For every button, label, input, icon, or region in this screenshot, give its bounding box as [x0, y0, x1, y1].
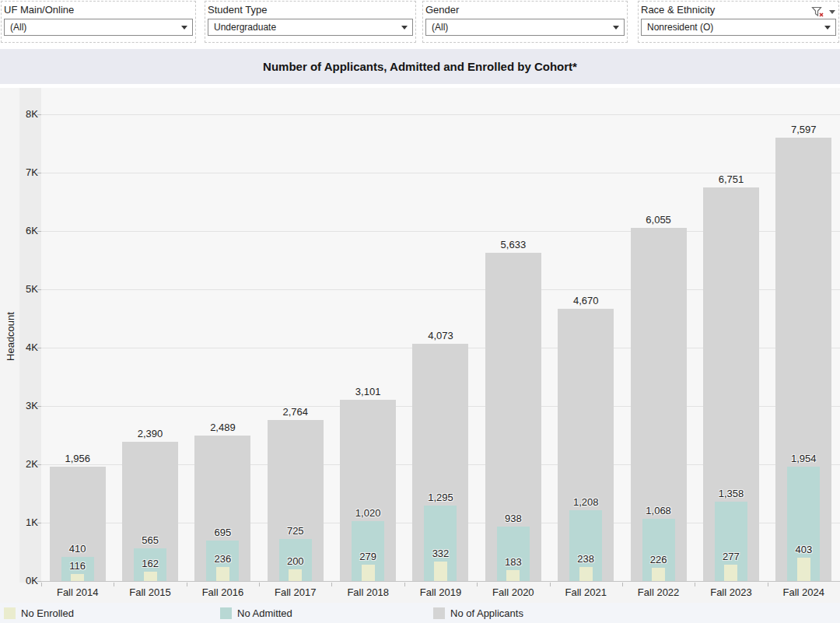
x-axis-label: Fall 2015 [114, 586, 186, 602]
no-enrolled-bar[interactable] [724, 565, 737, 581]
y-tick-label: 3K [0, 400, 38, 412]
filter-gender: Gender (All) [422, 1, 628, 43]
bar-value-label: 1,956 [41, 453, 114, 464]
y-tick-label: 0K [0, 575, 38, 587]
bar-value-label: 2,489 [187, 422, 259, 433]
bar-value-label: 226 [622, 554, 695, 565]
x-axis-label: Fall 2023 [695, 586, 767, 602]
y-tick-label: 8K [0, 108, 38, 121]
dropdown-caret-icon[interactable] [181, 26, 187, 30]
y-tick-mark [37, 114, 41, 115]
uf-main-online-value: (All) [10, 22, 26, 33]
legend-label: No Admitted [237, 607, 292, 619]
x-axis-label: Fall 2019 [404, 586, 477, 602]
bar-column-fall-2015: 2,390565162 [114, 87, 186, 581]
legend-item-no-enrolled[interactable]: No Enrolled [4, 603, 74, 623]
x-tick-mark [259, 583, 260, 586]
bar-value-label: 410 [41, 543, 114, 555]
chart-title-band: Number of Applicants, Admitted and Enrol… [0, 49, 840, 84]
filter-gender-label: Gender [425, 4, 625, 16]
filter-student-type-label: Student Type [208, 4, 413, 16]
race-ethnicity-select[interactable]: Nonresident (O) [641, 19, 836, 36]
no-enrolled-bar[interactable] [362, 565, 375, 581]
bar-column-fall-2014: 1,956410116 [41, 87, 114, 581]
no-enrolled-bar[interactable] [71, 574, 84, 581]
no-enrolled-bar[interactable] [652, 568, 665, 581]
bar-column-fall-2017: 2,764725200 [259, 87, 331, 581]
legend-swatch-icon [433, 607, 445, 619]
bar-value-label: 565 [114, 534, 186, 546]
bar-value-label: 183 [477, 556, 549, 568]
legend-item-no-of-applicants[interactable]: No of Applicants [433, 603, 523, 623]
bar-value-label: 1,068 [622, 505, 695, 516]
dropdown-caret-icon[interactable] [824, 26, 831, 30]
bar-value-label: 277 [695, 551, 767, 562]
bar-column-fall-2021: 4,6701,208238 [550, 87, 622, 581]
y-tick-mark [37, 289, 41, 290]
filter-race-ethnicity-label: Race & Ethnicity [641, 4, 836, 16]
dropdown-caret-icon[interactable] [401, 26, 408, 30]
filter-uf-main-online: UF Main/Online (All) [1, 1, 196, 43]
bar-column-fall-2020: 5,633938183 [477, 87, 549, 581]
x-axis-label: Fall 2022 [622, 586, 695, 602]
dropdown-caret-icon[interactable] [613, 26, 619, 30]
filter-race-ethnicity: Race & Ethnicity Nonresident (O) [638, 1, 839, 43]
filter-uf-main-online-label: UF Main/Online [4, 4, 193, 16]
bar-value-label: 3,101 [331, 386, 404, 397]
bar-value-label: 279 [331, 551, 404, 562]
bar-value-label: 6,751 [695, 173, 767, 185]
x-axis-label: Fall 2017 [259, 586, 331, 602]
bar-column-fall-2016: 2,489695236 [187, 87, 259, 581]
x-tick-mark [41, 583, 42, 586]
filter-bar: UF Main/Online (All) Student Type Underg… [0, 0, 840, 48]
y-tick-mark [37, 173, 41, 173]
y-axis-strip [19, 88, 41, 583]
y-tick-label: 7K [0, 166, 38, 179]
no-enrolled-bar[interactable] [506, 570, 520, 581]
bar-value-label: 2,764 [259, 406, 331, 418]
clear-filter-icon[interactable] [811, 6, 824, 18]
bar-value-label: 1,295 [404, 492, 477, 503]
no-enrolled-bar[interactable] [434, 562, 447, 581]
x-tick-mark [187, 583, 187, 586]
legend-item-no-admitted[interactable]: No Admitted [220, 603, 292, 623]
bar-value-label: 1,208 [550, 496, 622, 508]
bar-column-fall-2019: 4,0731,295332 [404, 87, 477, 581]
student-type-select[interactable]: Undergraduate [208, 19, 413, 36]
bar-value-label: 4,670 [550, 295, 622, 306]
uf-main-online-select[interactable]: (All) [4, 19, 193, 36]
bar-value-label: 200 [259, 555, 331, 567]
no-enrolled-bar[interactable] [216, 567, 229, 581]
bar-column-fall-2022: 6,0551,068226 [622, 87, 695, 581]
bar-column-fall-2024: 7,5971,954403 [768, 87, 840, 581]
legend: No EnrolledNo AdmittedNo of Applicants [0, 603, 840, 623]
x-axis-label: Fall 2016 [187, 586, 259, 602]
race-ethnicity-value: Nonresident (O) [647, 22, 713, 33]
y-tick-mark [37, 231, 41, 232]
bar-column-fall-2023: 6,7511,358277 [695, 87, 767, 581]
bar-value-label: 236 [187, 553, 259, 565]
y-tick-label: 2K [0, 458, 38, 471]
y-tick-mark [37, 464, 41, 465]
x-tick-mark [404, 583, 405, 586]
x-axis-label: Fall 2020 [477, 586, 549, 602]
y-tick-label: 5K [0, 283, 38, 296]
x-tick-mark [331, 583, 332, 586]
legend-swatch-icon [220, 607, 232, 619]
no-enrolled-bar[interactable] [144, 572, 157, 581]
bar-value-label: 5,633 [477, 239, 549, 250]
filter-menu-caret-icon[interactable] [829, 10, 835, 14]
no-enrolled-bar[interactable] [289, 569, 302, 581]
y-tick-mark [37, 523, 41, 523]
x-tick-mark [768, 583, 768, 586]
y-tick-label: 1K [0, 516, 38, 529]
no-enrolled-bar[interactable] [797, 558, 810, 581]
chart-title: Number of Applicants, Admitted and Enrol… [263, 60, 577, 73]
gender-select[interactable]: (All) [425, 19, 625, 36]
legend-swatch-icon [4, 607, 16, 619]
bar-value-label: 1,020 [331, 507, 404, 519]
no-enrolled-bar[interactable] [579, 567, 593, 581]
bar-value-label: 938 [477, 513, 549, 524]
bar-value-label: 238 [550, 553, 622, 565]
bar-column-fall-2018: 3,1011,020279 [331, 87, 404, 581]
